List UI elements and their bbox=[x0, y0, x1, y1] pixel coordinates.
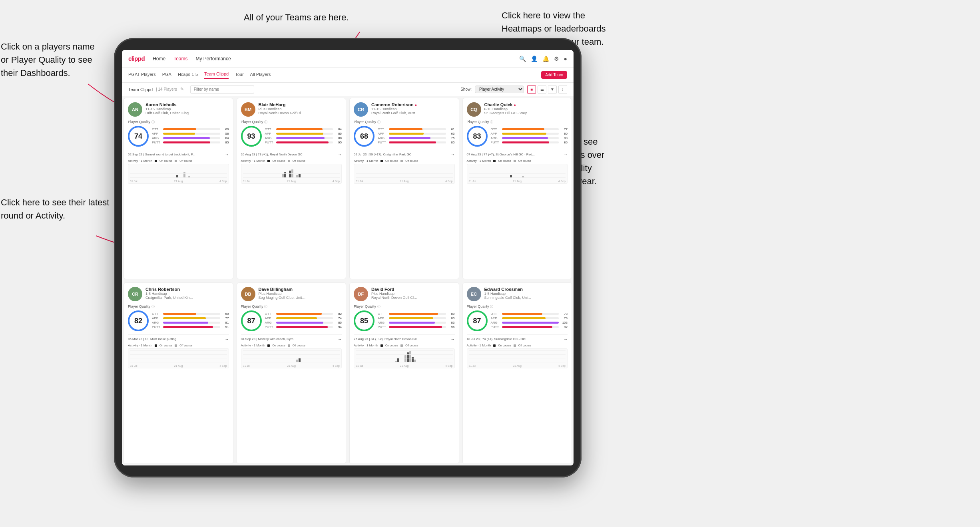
player-name[interactable]: Cameron Robertson ● bbox=[371, 102, 455, 107]
latest-round[interactable]: 26 Aug 23 | 84 (+12), Royal North Devon … bbox=[354, 334, 455, 341]
grid-view-icon[interactable]: ■ bbox=[527, 85, 536, 94]
ipad-frame: clippd Home Teams My Performance 🔍 👤 🔔 ⚙… bbox=[114, 38, 582, 477]
search-input[interactable] bbox=[190, 85, 254, 94]
ott-val: 60 bbox=[222, 127, 229, 131]
quality-score[interactable]: 82 bbox=[128, 310, 149, 331]
player-header: DB Dave Billingham Plus Handicap Sog Mag… bbox=[241, 287, 342, 301]
player-card[interactable]: DF David Ford Plus Handicap Royal North … bbox=[349, 282, 459, 464]
player-name[interactable]: Aaron Nicholls bbox=[145, 102, 229, 107]
settings-icon[interactable]: ⚙ bbox=[554, 56, 559, 62]
activity-chart: 31 Jul 21 Aug 4 Sep bbox=[467, 348, 568, 368]
putt-val: 94 bbox=[335, 325, 342, 329]
arg-bar-row: ARG 84 bbox=[152, 136, 229, 140]
quality-score[interactable]: 87 bbox=[241, 310, 262, 331]
app-val: 58 bbox=[222, 132, 229, 135]
latest-round[interactable]: 04 Sep 23 | Mobility with coach, Gym → bbox=[241, 334, 342, 341]
quality-bars: OTT 61 APP 63 ARG 75 PUTT 85 bbox=[378, 127, 455, 145]
latest-round[interactable]: 02 Sep 23 | Sunset round to get back int… bbox=[128, 150, 229, 157]
nav-home[interactable]: Home bbox=[153, 56, 165, 62]
player-name[interactable]: Edward Crossman bbox=[484, 287, 568, 292]
player-card[interactable]: CR Cameron Robertson ● 11-15 Handicap Ro… bbox=[349, 98, 459, 279]
app-bar-row: APP 58 bbox=[152, 132, 229, 135]
activity-section: Activity · 1 Month On course Off course … bbox=[241, 344, 342, 368]
player-name[interactable]: Chris Robertson bbox=[145, 287, 229, 292]
show-select[interactable]: Player Activity Quality Score Trend bbox=[475, 86, 524, 93]
putt-val: 91 bbox=[222, 325, 229, 329]
nav-performance[interactable]: My Performance bbox=[196, 56, 231, 62]
ott-bar-row: OTT 60 bbox=[152, 127, 229, 131]
quality-section: 87 OTT 73 APP 79 ARG 103 PU bbox=[467, 310, 568, 331]
player-name[interactable]: David Ford bbox=[371, 287, 455, 292]
quality-label: Player Quality ⓘ bbox=[128, 120, 229, 124]
quality-label: Player Quality ⓘ bbox=[241, 304, 342, 309]
subnav-pgat[interactable]: PGAT Players bbox=[128, 72, 156, 78]
activity-header: Activity · 1 Month On course Off course bbox=[128, 344, 229, 347]
sort-icon[interactable]: ↕ bbox=[558, 85, 567, 94]
latest-round[interactable]: 02 Jul 23 | 59 (+17), Craigmillar Park G… bbox=[354, 150, 455, 157]
putt-label: PUTT bbox=[378, 141, 387, 144]
arg-label: ARG bbox=[491, 321, 500, 324]
bell-icon[interactable]: 🔔 bbox=[542, 56, 549, 62]
player-handicap: 6-10 Handicap bbox=[484, 107, 568, 111]
player-club: Craigmillar Park, United Kingdom bbox=[145, 296, 193, 300]
player-card[interactable]: DB Dave Billingham Plus Handicap Sog Mag… bbox=[237, 282, 347, 464]
activity-section: Activity · 1 Month On course Off course … bbox=[128, 159, 229, 184]
search-icon[interactable]: 🔍 bbox=[519, 56, 526, 62]
app-label: APP bbox=[491, 132, 500, 135]
quality-score[interactable]: 93 bbox=[241, 126, 262, 147]
player-club: Royal Perth Golf Club, Australia bbox=[371, 111, 419, 115]
arg-val: 84 bbox=[222, 136, 229, 140]
user-icon[interactable]: 👤 bbox=[531, 56, 538, 62]
quality-score[interactable]: 74 bbox=[128, 126, 149, 147]
putt-label: PUTT bbox=[491, 325, 500, 329]
putt-label: PUTT bbox=[265, 141, 275, 144]
ott-bar-row: OTT 84 bbox=[265, 127, 342, 131]
app-val: 74 bbox=[335, 316, 342, 320]
quality-score[interactable]: 83 bbox=[467, 126, 488, 147]
player-card[interactable]: EC Edward Crossman 1-5 Handicap Sunningd… bbox=[462, 282, 572, 464]
app-val: 80 bbox=[560, 132, 568, 135]
quality-score[interactable]: 68 bbox=[354, 126, 374, 147]
player-card[interactable]: AN Aaron Nicholls 11-15 Handicap Drift G… bbox=[123, 98, 233, 279]
arg-val: 85 bbox=[335, 321, 342, 324]
quality-bars: OTT 73 APP 79 ARG 103 PUTT 92 bbox=[491, 312, 568, 330]
putt-bar-row: PUTT 91 bbox=[152, 325, 229, 329]
quality-section: 74 OTT 60 APP 58 ARG 84 PUT bbox=[128, 126, 229, 147]
putt-label: PUTT bbox=[152, 325, 161, 329]
player-handicap: 1-5 Handicap bbox=[145, 292, 229, 296]
player-header: BM Blair McHarg Plus Handicap Royal Nort… bbox=[241, 102, 342, 117]
latest-round[interactable]: 18 Jul 23 | 74 (+4), Sunningdale GC - Ol… bbox=[467, 334, 568, 341]
player-card[interactable]: BM Blair McHarg Plus Handicap Royal Nort… bbox=[237, 98, 347, 279]
quality-label: Player Quality ⓘ bbox=[128, 304, 229, 309]
subnav-pga[interactable]: PGA bbox=[162, 72, 171, 78]
quality-score[interactable]: 87 bbox=[467, 310, 488, 331]
subnav-hcaps[interactable]: Hcaps 1-5 bbox=[178, 72, 198, 78]
quality-score[interactable]: 85 bbox=[354, 310, 374, 331]
add-team-button[interactable]: Add Team bbox=[541, 71, 567, 79]
player-name[interactable]: Dave Billingham bbox=[259, 287, 342, 292]
putt-label: PUTT bbox=[265, 325, 275, 329]
annotation-left-bottom: Click here to see their latestround or A… bbox=[1, 196, 109, 222]
latest-round[interactable]: 07 Aug 23 | 77 (+7), St George's Hill GC… bbox=[467, 150, 568, 157]
ott-bar-row: OTT 61 bbox=[378, 127, 455, 131]
player-card[interactable]: CR Chris Robertson 1-5 Handicap Craigmil… bbox=[123, 282, 233, 464]
ott-val: 77 bbox=[560, 127, 568, 131]
subnav-all-players[interactable]: All Players bbox=[250, 72, 271, 78]
subnav-tour[interactable]: Tour bbox=[235, 72, 243, 78]
edit-team-icon[interactable]: ✎ bbox=[180, 87, 184, 92]
team-title: Team Clippd bbox=[128, 87, 153, 92]
player-name[interactable]: Charlie Quick ● bbox=[484, 102, 568, 107]
player-name[interactable]: Blair McHarg bbox=[259, 102, 342, 107]
app-label: APP bbox=[152, 132, 161, 135]
avatar-icon[interactable]: ● bbox=[564, 56, 567, 62]
ott-label: OTT bbox=[152, 312, 161, 316]
subnav-team-clippd[interactable]: Team Clippd bbox=[204, 72, 229, 79]
latest-round[interactable]: 26 Aug 23 | 73 (+1), Royal North Devon G… bbox=[241, 150, 342, 157]
player-club: Sunningdale Golf Club, United Kingdom bbox=[484, 296, 532, 300]
list-view-icon[interactable]: ☰ bbox=[538, 85, 546, 94]
nav-teams[interactable]: Teams bbox=[173, 56, 187, 62]
ott-val: 82 bbox=[335, 312, 342, 316]
player-card[interactable]: CQ Charlie Quick ● 6-10 Handicap St. Geo… bbox=[462, 98, 572, 279]
filter-icon[interactable]: ▼ bbox=[548, 85, 557, 94]
latest-round[interactable]: 05 Mar 23 | 19, Must make putting → bbox=[128, 334, 229, 341]
